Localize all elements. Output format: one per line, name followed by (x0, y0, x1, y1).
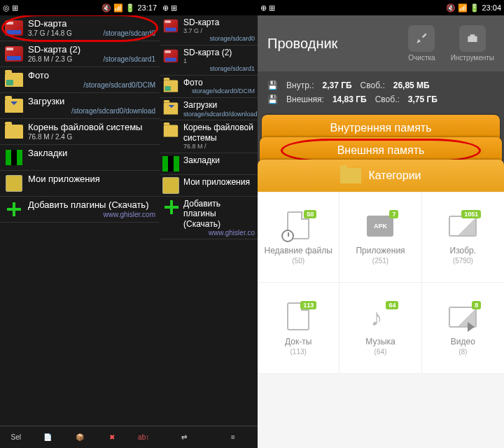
swap-button[interactable]: ⇄ (174, 428, 194, 447)
bookmark-icon (162, 156, 179, 172)
apps-icon (162, 177, 179, 194)
pack-button[interactable]: 📦 (70, 428, 90, 447)
status-bar: ◎ ⊞ 🔇 📶 🔋 23:17 (0, 0, 160, 15)
item-title: SD-карта (28, 18, 155, 29)
image-icon (449, 216, 477, 237)
list-item[interactable]: SD-карта3.7 G /storage/sdcard0 (160, 15, 258, 46)
cat-images[interactable]: 1051 Изобр. (5790) (422, 192, 504, 283)
list-item[interactable]: Мои приложения (160, 175, 258, 197)
cat-docs[interactable]: 113 Док-ты (113) (258, 283, 340, 374)
folder-root-icon (164, 125, 178, 137)
list-item[interactable]: Корень файловой системы 76.8 M / 2.4 G (0, 119, 160, 145)
folder-photo-icon (5, 73, 23, 87)
status-bar: ⊕ ⊞ 🔇 📶 🔋23:04 (258, 0, 504, 15)
cat-music[interactable]: 64 Музыка (64) (340, 283, 421, 374)
delete-button[interactable]: ✖ (102, 428, 122, 447)
list-item[interactable]: Фотоstorage/sdcard0/DCIM (160, 76, 258, 98)
app-header: Проводник Очистка Инструменты (258, 15, 504, 71)
list-item[interactable]: SD-карта (2) 26.8 M / 2.3 G/storage/sdca… (0, 41, 160, 67)
status-bar: ⊕ ⊞ (160, 0, 258, 15)
folder-download-icon (164, 103, 178, 115)
menu-button[interactable]: ≡ (223, 428, 243, 447)
folder-root-icon (5, 125, 23, 139)
bookmark-icon (6, 150, 22, 165)
toolbar: ⇄ ≡ (160, 426, 258, 448)
plus-icon (162, 198, 179, 216)
sort-button[interactable]: ab↕ (134, 428, 153, 447)
tools-button[interactable]: Инструменты (451, 25, 494, 62)
tc-panel-left: ◎ ⊞ 🔇 📶 🔋 23:17 SD-карта 3.7 G / 14.8 G/… (0, 0, 160, 448)
list-item[interactable]: SD-карта 3.7 G / 14.8 G/storage/sdcard0 (0, 15, 160, 41)
clock-icon (281, 230, 294, 242)
wifi-icon: 📶 (113, 4, 123, 13)
cat-recent[interactable]: 50 Недавние файлы (50) (258, 192, 340, 283)
folder-download-icon (5, 99, 23, 113)
file-list[interactable]: SD-карта 3.7 G / 14.8 G/storage/sdcard0 … (0, 15, 160, 426)
list-item[interactable]: Добавить плагины (Скачать) www.ghisler.c… (0, 197, 160, 223)
storage-tabs: Внутренняя память Внешняя память Категор… (258, 113, 504, 192)
sd-card-icon (5, 20, 23, 36)
plus-icon (5, 200, 23, 218)
app-title: Проводник (267, 36, 337, 52)
conductor-app: ⊕ ⊞ 🔇 📶 🔋23:04 Проводник Очистка Инструм… (258, 0, 504, 448)
toolbar: Sel 📄 📦 ✖ ab↕ (0, 426, 160, 448)
file-list[interactable]: SD-карта3.7 G /storage/sdcard0 SD-карта … (160, 15, 258, 426)
play-icon (468, 322, 479, 332)
clean-button[interactable]: Очистка (408, 25, 435, 62)
app-icon: ⊞ (12, 4, 18, 13)
folder-icon (340, 168, 361, 183)
sd-card-icon (5, 46, 23, 62)
storage-info: 💾 Внутр.: 2,37 ГБ Своб.: 26,85 МБ 💾 Внеш… (258, 71, 504, 113)
mute-icon: 🔇 (102, 4, 111, 13)
list-item[interactable]: Закладки (160, 153, 258, 175)
list-item[interactable]: Загрузки /storage/sdcard0/download (0, 93, 160, 119)
clock: 23:04 (482, 4, 501, 12)
tab-categories[interactable]: Категории (258, 160, 504, 192)
list-item[interactable]: Корень файловой системы76.8 M / (160, 120, 258, 153)
list-item[interactable]: Добавить плагины (Скачать)www.ghisler.co (160, 197, 258, 239)
viber-icon: ◎ (3, 4, 10, 13)
copy-button[interactable]: 📄 (38, 428, 57, 447)
apps-icon (6, 175, 22, 192)
list-item[interactable]: Загрузкиstorage/sdcard0/download (160, 98, 258, 120)
toolbox-icon (459, 25, 486, 52)
select-button[interactable]: Sel (6, 428, 26, 447)
cat-apps[interactable]: APK7 Приложения (251) (340, 192, 421, 283)
list-item[interactable]: Фото /storage/sdcard0/DCIM (0, 67, 160, 93)
list-item[interactable]: Закладки (0, 145, 160, 171)
sd-card-icon (164, 50, 178, 63)
broom-icon (408, 25, 435, 52)
apk-icon: APK (367, 216, 393, 237)
category-grid: 50 Недавние файлы (50) APK7 Приложения (… (258, 192, 504, 374)
folder-photo-icon (164, 80, 178, 92)
clock: 23:17 (137, 4, 157, 12)
tc-panel-right: ⊕ ⊞ SD-карта3.7 G /storage/sdcard0 SD-ка… (160, 0, 258, 448)
sd-card-icon (164, 20, 178, 33)
battery-icon: 🔋 (125, 4, 135, 13)
cat-video[interactable]: 8 Видео (8) (422, 283, 504, 374)
list-item[interactable]: Мои приложения (0, 171, 160, 197)
list-item[interactable]: SD-карта (2)1storage/sdcard1 (160, 46, 258, 76)
